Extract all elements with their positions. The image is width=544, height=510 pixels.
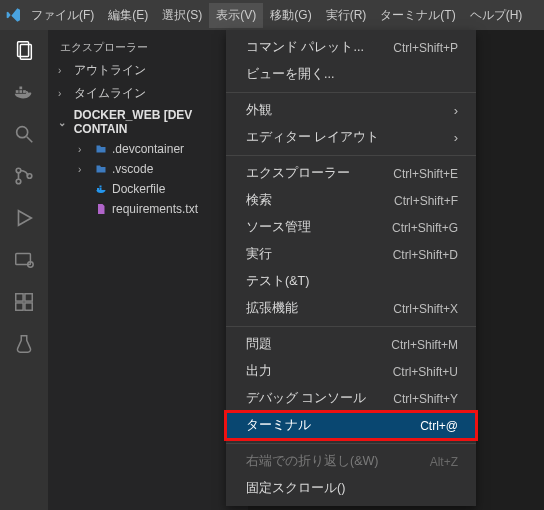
menu-item-[interactable]: エディター レイアウト› (226, 124, 476, 151)
menu-run[interactable]: 実行(R) (319, 3, 374, 28)
menu-item-[interactable]: コマンド パレット...Ctrl+Shift+P (226, 34, 476, 61)
menu-item-[interactable]: エクスプローラーCtrl+Shift+E (226, 160, 476, 187)
menu-item-[interactable]: 拡張機能Ctrl+Shift+X (226, 295, 476, 322)
svg-point-9 (16, 179, 21, 184)
svg-rect-2 (16, 90, 19, 93)
text-file-icon (94, 203, 108, 215)
menu-item-label: ビューを開く... (246, 66, 334, 83)
chevron-right-icon: › (58, 65, 70, 76)
svg-rect-19 (100, 186, 102, 188)
menu-file[interactable]: ファイル(F) (24, 3, 101, 28)
chevron-right-icon: › (58, 88, 70, 99)
tree-item-label: .vscode (112, 162, 153, 176)
tree-file-dockerfile[interactable]: Dockerfile (48, 179, 248, 199)
menu-item-shortcut: Alt+Z (430, 455, 458, 469)
folder-label: DOCKER_WEB [DEV CONTAIN (74, 108, 244, 136)
tree-file-requirements[interactable]: requirements.txt (48, 199, 248, 219)
svg-rect-18 (100, 188, 102, 190)
vscode-logo-icon (4, 7, 24, 23)
menu-item-shortcut: Ctrl+Shift+Y (393, 392, 458, 406)
menu-terminal[interactable]: ターミナル(T) (373, 3, 462, 28)
chevron-right-icon: › (78, 144, 90, 155)
menu-item-[interactable]: 固定スクロール() (226, 475, 476, 502)
menu-separator (226, 92, 476, 93)
svg-line-7 (27, 137, 33, 143)
run-debug-icon[interactable] (12, 206, 36, 230)
chevron-right-icon: › (454, 103, 458, 118)
activity-bar (0, 30, 48, 510)
svg-rect-13 (16, 294, 23, 301)
menu-item-label: 問題 (246, 336, 272, 353)
remote-explorer-icon[interactable] (12, 248, 36, 272)
menu-item-shortcut: Ctrl+Shift+M (391, 338, 458, 352)
menu-item-shortcut: Ctrl+Shift+X (393, 302, 458, 316)
menu-item-[interactable]: ターミナルCtrl+@ (226, 412, 476, 439)
folder-icon (94, 143, 108, 155)
menu-help[interactable]: ヘルプ(H) (463, 3, 530, 28)
docker-icon[interactable] (12, 80, 36, 104)
menu-item-[interactable]: デバッグ コンソールCtrl+Shift+Y (226, 385, 476, 412)
extensions-icon[interactable] (12, 290, 36, 314)
view-menu-dropdown: コマンド パレット...Ctrl+Shift+Pビューを開く...外観›エディタ… (226, 30, 476, 506)
menu-item-shortcut: Ctrl+Shift+D (393, 248, 458, 262)
menu-item-label: テスト(&T) (246, 273, 309, 290)
menu-separator (226, 443, 476, 444)
tree-folder-vscode[interactable]: › .vscode (48, 159, 248, 179)
menu-item-[interactable]: ビューを開く... (226, 61, 476, 88)
menubar: ファイル(F) 編集(E) 選択(S) 表示(V) 移動(G) 実行(R) ター… (0, 0, 544, 30)
menu-item-label: エクスプローラー (246, 165, 350, 182)
menu-item-[interactable]: 出力Ctrl+Shift+U (226, 358, 476, 385)
search-icon[interactable] (12, 122, 36, 146)
svg-point-8 (16, 168, 21, 173)
chevron-down-icon: ⌄ (58, 117, 70, 128)
chevron-right-icon: › (78, 164, 90, 175)
menu-item-[interactable]: 実行Ctrl+Shift+D (226, 241, 476, 268)
menu-item-label: 拡張機能 (246, 300, 298, 317)
svg-rect-16 (25, 294, 32, 301)
menu-item-shortcut: Ctrl+Shift+F (394, 194, 458, 208)
timeline-section[interactable]: › タイムライン (48, 82, 248, 105)
svg-rect-4 (23, 90, 26, 93)
chevron-right-icon: › (454, 130, 458, 145)
menu-item-shortcut: Ctrl+Shift+U (393, 365, 458, 379)
menu-selection[interactable]: 選択(S) (155, 3, 209, 28)
menu-view[interactable]: 表示(V) (209, 3, 263, 28)
menu-item-[interactable]: ソース管理Ctrl+Shift+G (226, 214, 476, 241)
svg-rect-15 (25, 303, 32, 310)
tree-item-label: Dockerfile (112, 182, 165, 196)
tree-item-label: requirements.txt (112, 202, 198, 216)
svg-rect-14 (16, 303, 23, 310)
svg-rect-3 (19, 90, 22, 93)
menu-item-label: 検索 (246, 192, 272, 209)
menu-item-[interactable]: 外観› (226, 97, 476, 124)
menu-item-shortcut: Ctrl+Shift+G (392, 221, 458, 235)
source-control-icon[interactable] (12, 164, 36, 188)
menu-go[interactable]: 移動(G) (263, 3, 318, 28)
menu-item-label: 実行 (246, 246, 272, 263)
tree-folder-devcontainer[interactable]: › .devcontainer (48, 139, 248, 159)
testing-icon[interactable] (12, 332, 36, 356)
menu-item-w: 右端での折り返し(&W)Alt+Z (226, 448, 476, 475)
outline-label: アウトライン (74, 62, 146, 79)
menu-item-[interactable]: 検索Ctrl+Shift+F (226, 187, 476, 214)
svg-rect-17 (97, 188, 99, 190)
menu-item-shortcut: Ctrl+Shift+P (393, 41, 458, 55)
svg-rect-5 (19, 87, 22, 90)
menu-item-label: 出力 (246, 363, 272, 380)
menu-item-[interactable]: 問題Ctrl+Shift+M (226, 331, 476, 358)
timeline-label: タイムライン (74, 85, 146, 102)
workspace-folder[interactable]: ⌄ DOCKER_WEB [DEV CONTAIN (48, 105, 248, 139)
menu-separator (226, 326, 476, 327)
menu-item-label: ターミナル (246, 417, 311, 434)
menu-separator (226, 155, 476, 156)
menu-item-shortcut: Ctrl+Shift+E (393, 167, 458, 181)
menu-edit[interactable]: 編集(E) (101, 3, 155, 28)
outline-section[interactable]: › アウトライン (48, 59, 248, 82)
folder-icon (94, 163, 108, 175)
menu-item-label: コマンド パレット... (246, 39, 364, 56)
tree-item-label: .devcontainer (112, 142, 184, 156)
menu-item-label: 外観 (246, 102, 272, 119)
menu-item-t[interactable]: テスト(&T) (226, 268, 476, 295)
explorer-icon[interactable] (12, 38, 36, 62)
menu-item-shortcut: Ctrl+@ (420, 419, 458, 433)
